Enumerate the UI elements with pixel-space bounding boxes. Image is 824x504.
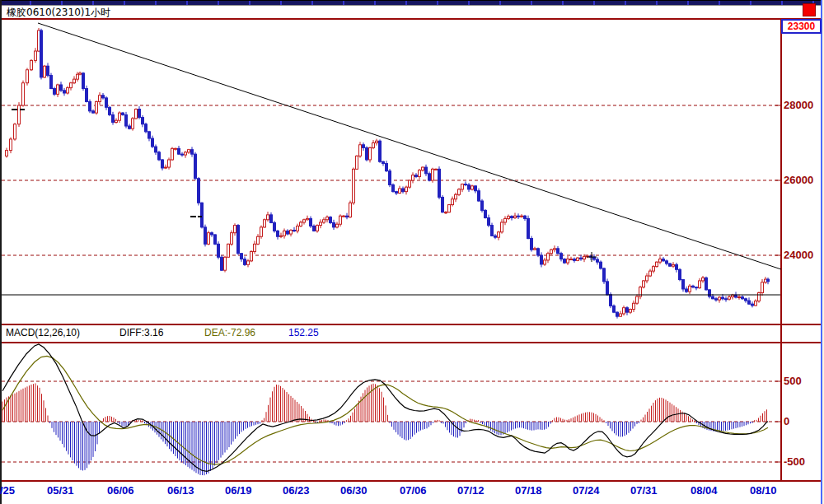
candle-up: [583, 256, 586, 259]
date-label: 07/18: [515, 484, 542, 497]
candle-up: [570, 259, 573, 260]
candle-up: [73, 79, 76, 83]
candle-down: [541, 255, 543, 264]
candle-up: [689, 286, 691, 292]
candle-up: [732, 295, 734, 296]
candle-down: [221, 257, 223, 270]
candle-down: [613, 306, 616, 312]
indicator-name[interactable]: MACD(12,26,10): [6, 327, 80, 338]
candle-down: [735, 295, 737, 297]
candle-up: [260, 227, 263, 236]
candle-up: [326, 217, 329, 220]
candle-down: [112, 114, 115, 122]
chart-canvas[interactable]: [0, 0, 824, 504]
candle-down: [392, 184, 395, 191]
candle-up: [435, 169, 438, 170]
candle-down: [50, 76, 53, 89]
candle-up: [283, 231, 286, 236]
trendline[interactable]: [38, 23, 781, 269]
candle-down: [745, 299, 747, 301]
candle-up: [224, 257, 227, 270]
candle-down: [109, 107, 111, 114]
candle-down: [125, 114, 128, 126]
candle-down: [47, 66, 49, 75]
indicator-dea-value: DEA:-72.96: [204, 327, 255, 338]
candle-down: [715, 299, 718, 300]
candle-down: [580, 258, 583, 259]
candle-down: [237, 226, 240, 254]
candle-down: [511, 217, 513, 218]
candle-up: [343, 216, 345, 217]
candle-up: [567, 259, 569, 264]
candle-up: [77, 74, 79, 79]
candle-up: [135, 110, 138, 119]
date-label: 07/31: [630, 484, 658, 497]
candle-up: [630, 310, 632, 313]
candle-up: [44, 66, 46, 77]
candle-up: [339, 216, 342, 224]
candle-down: [465, 184, 467, 185]
candle-up: [132, 119, 134, 128]
candle-up: [659, 259, 662, 263]
candle-down: [198, 179, 200, 203]
candle-up: [26, 70, 29, 83]
candle-down: [293, 231, 296, 231]
candle-down: [415, 175, 418, 177]
candle-down: [442, 197, 444, 212]
candle-down: [686, 289, 688, 292]
candle-up: [501, 222, 503, 232]
candle-up: [719, 297, 721, 300]
candle-down: [386, 164, 388, 171]
candle-up: [448, 205, 451, 212]
candle-up: [280, 236, 283, 236]
candle-down: [382, 161, 385, 163]
candle-up: [6, 151, 8, 156]
candle-down: [145, 124, 147, 132]
candle-up: [761, 282, 764, 293]
candle-down: [438, 169, 441, 197]
candle-down: [363, 145, 365, 148]
candle-down: [287, 231, 289, 234]
candle-down: [178, 148, 180, 154]
candle-down: [666, 261, 668, 264]
candle-up: [623, 308, 625, 314]
candle-up: [554, 249, 556, 250]
candle-down: [425, 167, 428, 174]
candle-up: [636, 296, 639, 303]
candle-down: [593, 257, 596, 259]
date-label: 08/10: [750, 484, 777, 497]
candle-up: [14, 124, 16, 139]
candle-down: [148, 132, 151, 138]
candle-up: [376, 141, 378, 142]
candle-up: [297, 226, 299, 231]
candle-up: [115, 120, 118, 122]
candle-down: [682, 280, 685, 289]
candle-up: [455, 194, 457, 198]
candle-down: [428, 174, 431, 180]
candle-up: [405, 187, 408, 191]
candle-up: [550, 250, 553, 254]
last-price-badge: 23300: [781, 19, 822, 34]
candle-down: [725, 299, 728, 300]
candle-down: [310, 218, 312, 226]
candle-down: [204, 227, 207, 244]
candle-down: [478, 191, 480, 201]
candle-down: [218, 244, 220, 257]
candle-up: [653, 267, 655, 271]
candle-down: [122, 113, 124, 114]
candle-up: [412, 175, 414, 180]
date-label: 06/13: [167, 484, 194, 497]
candle-up: [171, 148, 174, 160]
candle-down: [475, 186, 477, 191]
candle-down: [102, 96, 105, 98]
candle-up: [508, 217, 510, 219]
candle-down: [597, 259, 599, 262]
candle-down: [333, 222, 335, 226]
candle-up: [35, 51, 37, 60]
candle-up: [79, 73, 82, 74]
candle-down: [142, 118, 144, 124]
candle-down: [162, 160, 164, 168]
candle-up: [514, 216, 517, 217]
candle-up: [699, 281, 701, 288]
candle-down: [129, 126, 131, 128]
